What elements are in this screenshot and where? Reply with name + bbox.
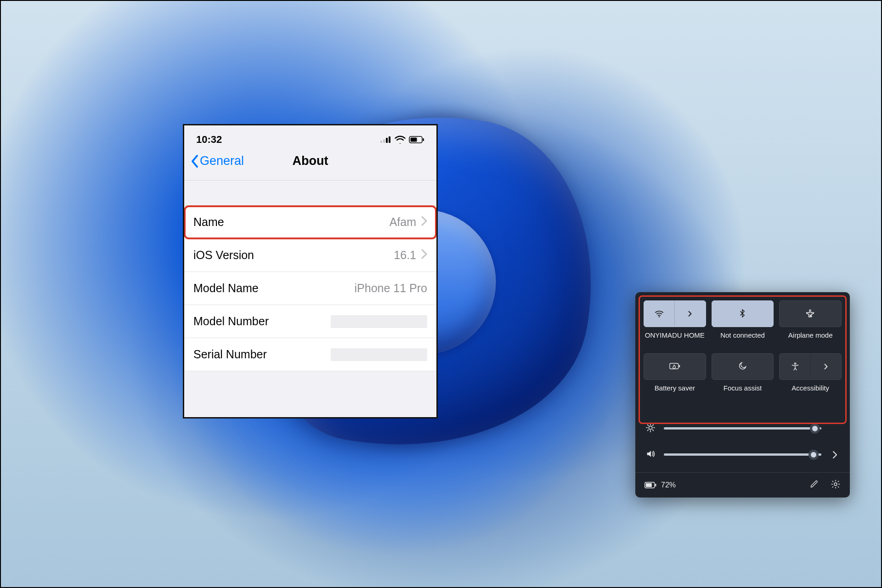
wifi-icon: [395, 136, 406, 144]
volume-thumb[interactable]: [808, 450, 819, 460]
qs-label: Focus assist: [724, 384, 762, 402]
battery-saver-icon: [669, 362, 680, 371]
battery-percent: 72%: [661, 481, 676, 489]
airplane-icon: [805, 308, 815, 320]
qs-button-wifi[interactable]: [644, 300, 706, 327]
svg-rect-6: [423, 138, 424, 141]
qs-button-bluetooth[interactable]: [712, 300, 774, 327]
chevron-right-icon: [421, 249, 427, 262]
qs-label: ONYIMADU HOME: [645, 331, 705, 350]
pencil-icon: [809, 480, 819, 489]
wifi-icon[interactable]: [644, 301, 675, 327]
row-label: Serial Number: [193, 348, 267, 361]
edit-quick-settings-button[interactable]: [809, 480, 819, 491]
qs-button-airplane[interactable]: [779, 300, 842, 327]
ios-row-ios-version[interactable]: iOS Version16.1: [184, 239, 436, 272]
qs-button-accessibility[interactable]: [779, 353, 842, 380]
ios-row-model-number: Model Number: [184, 305, 436, 338]
battery-icon: [645, 482, 656, 488]
qs-tile-wifi: ONYIMADU HOME: [644, 300, 706, 350]
chevron-right-icon[interactable]: [675, 301, 705, 327]
ios-time: 10:32: [196, 134, 222, 146]
gear-icon: [831, 479, 841, 489]
row-label: iOS Version: [193, 249, 254, 262]
qs-button-battery-saver[interactable]: [644, 353, 706, 380]
svg-point-15: [834, 483, 837, 486]
quick-settings-footer: 72%: [635, 472, 850, 498]
ios-back-button[interactable]: General: [191, 154, 244, 168]
qs-tile-moon: Focus assist: [712, 353, 774, 402]
ios-nav-bar: General About: [184, 152, 436, 181]
row-value: iPhone 11 Pro: [355, 282, 427, 295]
brightness-slider[interactable]: [664, 427, 821, 430]
cellular-icon: [380, 136, 391, 143]
row-label: Model Name: [193, 282, 259, 295]
qs-label: Not connected: [720, 331, 765, 350]
qs-tile-bluetooth: Not connected: [712, 300, 774, 350]
qs-tile-battery-saver: Battery saver: [644, 353, 706, 402]
row-value: [331, 348, 427, 361]
ios-back-label: General: [200, 154, 244, 168]
svg-rect-5: [411, 138, 417, 142]
svg-point-7: [659, 316, 660, 317]
ios-page-title: About: [293, 154, 328, 168]
chevron-right-icon[interactable]: [811, 354, 841, 379]
qs-button-moon[interactable]: [712, 353, 774, 380]
svg-rect-0: [380, 141, 382, 143]
svg-point-11: [649, 426, 652, 429]
battery-icon: [409, 136, 424, 143]
qs-tile-accessibility: Accessibility: [779, 353, 842, 402]
qs-label: Accessibility: [792, 384, 829, 402]
svg-rect-2: [386, 138, 388, 143]
ios-about-panel: 10:32 General: [183, 124, 438, 418]
svg-rect-9: [679, 365, 680, 367]
chevron-left-icon: [191, 154, 199, 168]
qs-label: Airplane mode: [788, 331, 833, 350]
svg-rect-1: [383, 139, 385, 143]
ios-row-name[interactable]: NameAfam: [184, 206, 436, 239]
quick-settings-grid: ONYIMADU HOMENot connectedAirplane modeB…: [644, 300, 842, 402]
settings-button[interactable]: [831, 479, 841, 491]
svg-rect-8: [670, 363, 678, 369]
ios-settings-list: NameAfamiOS Version16.1Model NameiPhone …: [184, 205, 436, 371]
qs-tile-airplane: Airplane mode: [779, 300, 842, 350]
ios-status-bar: 10:32: [184, 125, 436, 152]
redacted-value: [331, 315, 427, 328]
bluetooth-icon: [738, 309, 747, 319]
ios-row-serial-number: Serial Number: [184, 338, 436, 371]
svg-rect-13: [646, 483, 652, 487]
row-label: Name: [193, 215, 224, 229]
volume-slider[interactable]: [664, 453, 821, 456]
row-value: 16.1: [394, 249, 427, 262]
volume-row: [644, 441, 842, 468]
brightness-thumb[interactable]: [810, 424, 820, 434]
volume-icon: [645, 449, 656, 460]
brightness-icon: [645, 423, 656, 434]
qs-label: Battery saver: [655, 384, 695, 402]
volume-flyout-button[interactable]: [830, 451, 840, 459]
brightness-row: [644, 415, 842, 441]
svg-rect-3: [389, 136, 390, 143]
moon-icon: [738, 362, 747, 372]
row-label: Model Number: [193, 315, 269, 328]
svg-point-10: [794, 363, 796, 364]
row-value: Afam: [390, 215, 427, 229]
row-value: [331, 315, 427, 328]
chevron-right-icon: [421, 215, 427, 229]
accessibility-icon[interactable]: [780, 354, 810, 379]
battery-status[interactable]: 72%: [645, 481, 676, 489]
redacted-value: [331, 348, 427, 361]
ios-row-model-name: Model NameiPhone 11 Pro: [184, 272, 436, 305]
quick-settings-panel: ONYIMADU HOMENot connectedAirplane modeB…: [635, 292, 850, 498]
svg-rect-14: [655, 484, 656, 486]
